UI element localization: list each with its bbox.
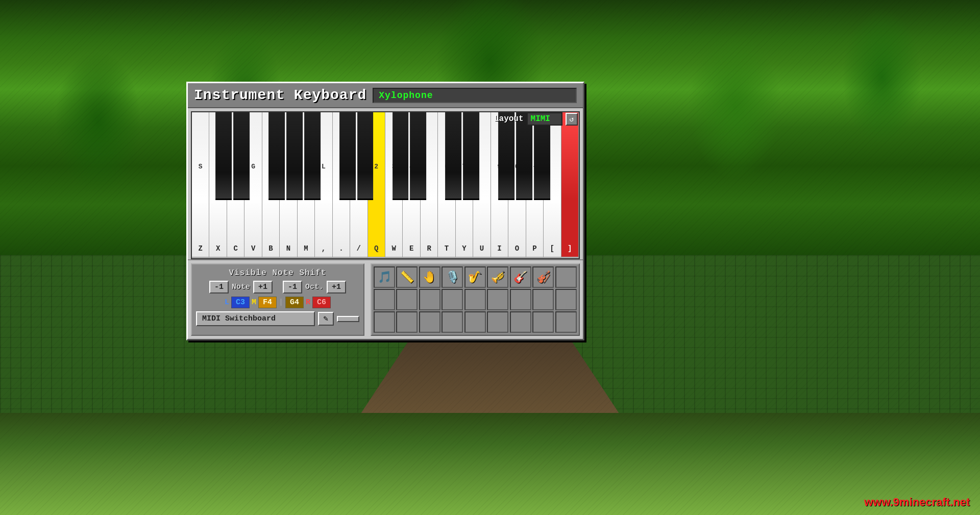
layout-refresh-button[interactable]: ↺ <box>566 113 578 126</box>
white-key-comma[interactable]: L , <box>315 112 332 258</box>
inv-slot-14[interactable] <box>487 289 508 310</box>
dialog-title-bar: Instrument Keyboard Xylophone <box>188 83 583 108</box>
white-key-c[interactable]: C <box>227 112 244 258</box>
white-key-p[interactable]: - P <box>526 112 544 258</box>
oct-plus-button[interactable]: +1 <box>327 281 346 293</box>
item-icon-4: 🎷 <box>468 271 482 284</box>
white-key-u[interactable]: U <box>473 112 491 258</box>
l-note-badge: C3 <box>231 297 250 308</box>
oct-minus-button[interactable]: -1 <box>283 281 302 293</box>
inv-slot-11[interactable] <box>419 289 440 310</box>
piano-keyboard[interactable]: S Z D X C G V H B J <box>191 111 580 259</box>
note-ranges: L C3 M F4 | G4 R C6 <box>196 297 359 308</box>
controls-panel: Visible Note Shift -1 Note +1 -1 Oct. +1… <box>191 263 364 336</box>
r-note-badge: C6 <box>312 297 331 308</box>
white-key-bracket-close[interactable]: ] <box>561 112 579 258</box>
instrument-badge: Xylophone <box>373 88 577 103</box>
inv-slot-9[interactable] <box>374 289 395 310</box>
item-icon-3: 🎙️ <box>446 271 459 284</box>
white-key-n[interactable]: J N <box>280 112 297 258</box>
layout-input[interactable] <box>527 112 562 126</box>
white-key-i[interactable]: 9 I <box>491 112 508 258</box>
inventory-panel: 🎵 📏 🤚 🎙️ 🎷 🎺 🎸 <box>368 260 583 339</box>
item-icon-2: 🤚 <box>423 271 436 284</box>
inv-slot-15[interactable] <box>510 289 531 310</box>
midi-switchboard-label: MIDI Switchboard <box>196 311 315 326</box>
inv-slot-5[interactable]: 🎺 <box>487 266 508 288</box>
white-key-q[interactable]: 2 Q <box>368 112 385 258</box>
m-label: M <box>252 298 256 307</box>
inventory-grid: 🎵 📏 🤚 🎙️ 🎷 🎺 🎸 <box>371 263 580 336</box>
inv-slot-10[interactable] <box>396 289 418 310</box>
inv-slot-23[interactable] <box>487 311 508 333</box>
white-key-o[interactable]: 0 O <box>508 112 526 258</box>
inv-slot-24[interactable] <box>510 311 531 333</box>
divider: | <box>279 298 283 307</box>
inv-slot-13[interactable] <box>464 289 486 310</box>
midi-pencil-icon: ✎ <box>323 315 329 323</box>
inv-slot-0[interactable]: 🎵 <box>374 266 395 288</box>
midi-row: MIDI Switchboard ✎ <box>196 311 359 326</box>
bottom-panel: Visible Note Shift -1 Note +1 -1 Oct. +1… <box>188 259 583 339</box>
midi-icon-button[interactable]: ✎ <box>318 312 334 326</box>
item-icon-1: 📏 <box>400 271 414 284</box>
inv-slot-12[interactable] <box>442 289 463 310</box>
controls-title: Visible Note Shift <box>196 268 359 278</box>
white-key-x[interactable]: D X <box>209 112 227 258</box>
white-key-period[interactable]: ; . <box>333 112 350 258</box>
inv-slot-17[interactable] <box>555 289 577 310</box>
keyboard-area: Layout ↺ S Z D X C G <box>188 108 583 259</box>
white-key-m[interactable]: M <box>298 112 315 258</box>
inv-slot-26[interactable] <box>555 311 577 333</box>
inv-slot-18[interactable] <box>374 311 395 333</box>
inv-slot-21[interactable] <box>442 311 463 333</box>
l-label: L <box>225 298 229 307</box>
m-note2-badge: G4 <box>285 297 304 308</box>
white-key-w[interactable]: 3 W <box>385 112 403 258</box>
inv-slot-22[interactable] <box>464 311 486 333</box>
white-key-slash[interactable]: / <box>350 112 368 258</box>
item-icon-6: 🎸 <box>513 271 527 284</box>
layout-label: Layout <box>494 114 524 124</box>
inv-slot-20[interactable] <box>419 311 440 333</box>
item-icon-5: 🎺 <box>491 271 505 284</box>
item-icon-7: 🎻 <box>536 271 550 284</box>
white-key-e[interactable]: 4 E <box>403 112 420 258</box>
inv-slot-1[interactable]: 📏 <box>396 266 418 288</box>
white-key-t[interactable]: 6 T <box>438 112 455 258</box>
note-plus-button[interactable]: +1 <box>253 281 273 293</box>
white-key-v[interactable]: G V <box>244 112 262 258</box>
watermark: www.9minecraft.net <box>864 496 970 509</box>
white-key-r[interactable]: R <box>421 112 438 258</box>
dialog-title: Instrument Keyboard <box>194 87 366 103</box>
item-icon-0: 🎵 <box>378 271 391 284</box>
note-controls: -1 Note +1 -1 Oct. +1 <box>196 281 359 293</box>
white-key-z[interactable]: S Z <box>192 112 209 258</box>
inv-slot-2[interactable]: 🤚 <box>419 266 440 288</box>
white-key-bracket-open[interactable]: [ <box>544 112 561 258</box>
r-label: R <box>306 298 310 307</box>
layout-controls: Layout ↺ <box>494 112 578 126</box>
m-note1-badge: F4 <box>258 297 277 308</box>
note-minus-button[interactable]: -1 <box>209 281 229 293</box>
inv-slot-19[interactable] <box>396 311 418 333</box>
instrument-keyboard-dialog: Instrument Keyboard Xylophone Layout ↺ S… <box>186 82 584 340</box>
inv-slot-25[interactable] <box>532 311 554 333</box>
midi-extra-button[interactable] <box>337 316 359 322</box>
inv-slot-6[interactable]: 🎸 <box>510 266 531 288</box>
inv-slot-4[interactable]: 🎷 <box>464 266 486 288</box>
white-keys-container: S Z D X C G V H B J <box>192 112 579 258</box>
white-key-y[interactable]: 7 Y <box>456 112 473 258</box>
inv-slot-8[interactable] <box>555 266 577 288</box>
inv-slot-3[interactable]: 🎙️ <box>442 266 463 288</box>
oct-label: Oct. <box>305 283 324 291</box>
inv-slot-16[interactable] <box>532 289 554 310</box>
note-label: Note <box>232 283 250 291</box>
inv-slot-7[interactable]: 🎻 <box>532 266 554 288</box>
white-key-b[interactable]: H B <box>262 112 280 258</box>
